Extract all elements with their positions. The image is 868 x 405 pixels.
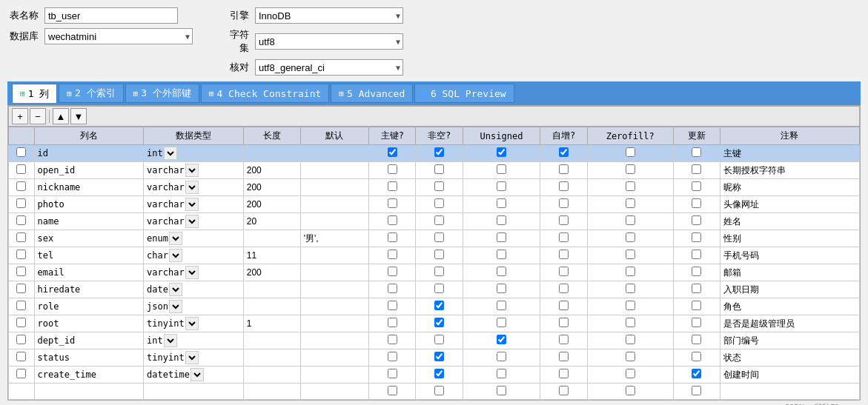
col-pk-checkbox[interactable]: [388, 369, 397, 378]
col-update-checkbox[interactable]: [692, 232, 701, 242]
col-length-cell[interactable]: [243, 366, 300, 384]
col-unsigned-checkbox[interactable]: [497, 301, 506, 310]
col-default-cell[interactable]: [300, 298, 369, 315]
col-name-input[interactable]: [38, 335, 101, 346]
col-default-cell[interactable]: [300, 281, 369, 298]
col-pk-checkbox[interactable]: [388, 164, 397, 174]
col-type-dropdown[interactable]: ▼: [191, 368, 204, 381]
col-unsigned-checkbox[interactable]: [497, 267, 506, 276]
col-update-checkbox[interactable]: [692, 250, 701, 259]
col-default-cell[interactable]: [300, 145, 369, 162]
col-default-cell[interactable]: [300, 349, 369, 366]
col-notnull-checkbox[interactable]: [434, 232, 444, 242]
collation-select[interactable]: utf8_general_ci: [255, 59, 403, 76]
col-unsigned-checkbox[interactable]: [497, 318, 506, 327]
col-pk-checkbox[interactable]: [388, 250, 397, 259]
col-length-cell[interactable]: [243, 230, 300, 247]
col-auto-inc-checkbox[interactable]: [559, 250, 569, 259]
col-notnull-checkbox[interactable]: [434, 250, 444, 259]
charset-select[interactable]: utf8: [255, 33, 403, 50]
row-select-checkbox[interactable]: [16, 198, 26, 208]
col-zerofill-checkbox[interactable]: [626, 335, 635, 344]
col-length-input[interactable]: [247, 216, 276, 227]
col-pk-checkbox[interactable]: [388, 198, 397, 208]
col-auto-inc-checkbox[interactable]: [559, 164, 569, 174]
col-notnull-checkbox[interactable]: [434, 369, 444, 378]
col-name-input[interactable]: [38, 148, 101, 158]
col-name-cell[interactable]: [34, 366, 144, 384]
tab-sql-preview[interactable]: ● 6 SQL Preview: [414, 84, 514, 103]
col-default-cell[interactable]: [300, 162, 369, 179]
col-name-input[interactable]: [38, 301, 101, 312]
col-length-input[interactable]: [247, 182, 276, 193]
col-default-input[interactable]: [304, 233, 341, 244]
col-name-input[interactable]: [38, 216, 101, 227]
col-name-cell[interactable]: [34, 247, 144, 264]
col-notnull-checkbox[interactable]: [434, 215, 444, 225]
col-update-checkbox[interactable]: [692, 164, 701, 174]
col-zerofill-checkbox[interactable]: [626, 369, 635, 378]
add-column-button[interactable]: +: [12, 108, 28, 124]
move-up-button[interactable]: ▲: [53, 108, 69, 124]
tab-indexes[interactable]: ⊞ 2 个索引: [59, 84, 123, 103]
col-zerofill-checkbox[interactable]: [626, 181, 635, 191]
col-update-checkbox[interactable]: [692, 267, 701, 276]
col-auto-inc-checkbox[interactable]: [559, 284, 569, 293]
col-length-cell[interactable]: [243, 213, 300, 230]
col-unsigned-checkbox[interactable]: [497, 181, 506, 191]
col-unsigned-checkbox[interactable]: [497, 147, 506, 157]
row-select-checkbox[interactable]: [16, 369, 26, 378]
col-default-cell[interactable]: [300, 264, 369, 281]
col-unsigned-checkbox[interactable]: [497, 369, 506, 378]
col-default-cell[interactable]: [300, 366, 369, 384]
col-length-cell[interactable]: [243, 281, 300, 298]
tab-advanced[interactable]: ⊞ 5 Advanced: [331, 84, 413, 103]
col-notnull-checkbox[interactable]: [434, 318, 444, 327]
col-default-cell[interactable]: [300, 179, 369, 196]
col-default-cell[interactable]: [300, 230, 369, 247]
col-auto-inc-checkbox[interactable]: [559, 198, 569, 208]
col-auto-inc-checkbox[interactable]: [559, 369, 569, 378]
row-select-checkbox[interactable]: [16, 147, 26, 157]
row-select-checkbox[interactable]: [16, 267, 26, 276]
col-type-dropdown[interactable]: ▼: [185, 266, 199, 279]
col-unsigned-checkbox[interactable]: [497, 232, 506, 242]
col-type-dropdown[interactable]: ▼: [185, 215, 199, 228]
col-name-input[interactable]: [38, 165, 101, 175]
row-select-checkbox[interactable]: [16, 318, 26, 327]
col-zerofill-checkbox[interactable]: [626, 301, 635, 310]
col-length-cell[interactable]: [243, 384, 300, 400]
col-name-input[interactable]: [38, 199, 101, 210]
col-auto-inc-checkbox[interactable]: [559, 147, 569, 157]
col-length-cell[interactable]: [243, 145, 300, 162]
col-name-input[interactable]: [38, 182, 101, 193]
row-select-checkbox[interactable]: [16, 352, 26, 361]
col-name-cell[interactable]: [34, 196, 144, 213]
col-notnull-checkbox[interactable]: [434, 386, 444, 395]
col-auto-inc-checkbox[interactable]: [559, 386, 569, 395]
col-unsigned-checkbox[interactable]: [497, 386, 506, 395]
col-default-cell[interactable]: [300, 315, 369, 332]
col-default-cell[interactable]: [300, 384, 369, 400]
row-select-checkbox[interactable]: [16, 181, 26, 191]
col-pk-checkbox[interactable]: [388, 352, 397, 361]
col-update-checkbox[interactable]: [692, 335, 701, 344]
table-name-input[interactable]: [44, 7, 178, 24]
row-select-checkbox[interactable]: [16, 335, 26, 344]
col-name-cell[interactable]: [34, 349, 144, 366]
col-notnull-checkbox[interactable]: [434, 147, 444, 157]
col-name-input[interactable]: [38, 267, 101, 278]
col-unsigned-checkbox[interactable]: [497, 250, 506, 259]
row-select-checkbox[interactable]: [16, 215, 26, 225]
col-pk-checkbox[interactable]: [388, 215, 397, 225]
col-type-dropdown[interactable]: ▼: [169, 249, 182, 262]
col-length-input[interactable]: [247, 199, 276, 210]
col-notnull-checkbox[interactable]: [434, 352, 444, 361]
col-pk-checkbox[interactable]: [388, 386, 397, 395]
col-update-checkbox[interactable]: [692, 386, 701, 395]
col-unsigned-checkbox[interactable]: [497, 215, 506, 225]
col-name-cell[interactable]: [34, 179, 144, 196]
col-name-input[interactable]: [38, 233, 101, 244]
tab-check-constraint[interactable]: ⊞ 4 Check Constraint: [201, 84, 330, 103]
col-auto-inc-checkbox[interactable]: [559, 215, 569, 225]
